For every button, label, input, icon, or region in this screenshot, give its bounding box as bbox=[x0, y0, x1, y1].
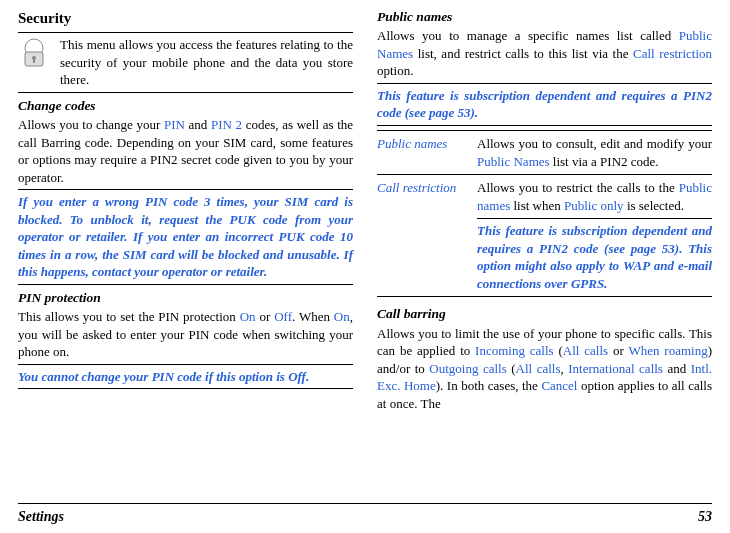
security-heading: Security bbox=[18, 8, 353, 28]
sim-warning-note: If you enter a wrong PIN code 3 times, y… bbox=[18, 189, 353, 285]
svg-rect-3 bbox=[33, 58, 35, 63]
call-restriction-term: Call restriction bbox=[633, 46, 712, 61]
on-term: On bbox=[240, 309, 256, 324]
security-icon bbox=[18, 36, 50, 74]
call-barring-heading: Call barring bbox=[377, 305, 712, 323]
pin2-term: PIN 2 bbox=[211, 117, 242, 132]
intro-text: This menu allows you access the features… bbox=[60, 36, 353, 89]
row-desc: Allows you to consult, edit and modify y… bbox=[477, 135, 712, 170]
subscription-note: This feature is subscription dependent a… bbox=[377, 83, 712, 126]
pin-protection-heading: PIN protection bbox=[18, 289, 353, 307]
table-row: Public names Allows you to consult, edit… bbox=[377, 131, 712, 175]
pin-off-note: You cannot change your PIN code if this … bbox=[18, 364, 353, 390]
table-row: Call restriction Allows you to restrict … bbox=[377, 175, 712, 297]
row-label-public-names: Public names bbox=[377, 135, 467, 170]
off-term: Off bbox=[274, 309, 292, 324]
call-barring-para: Allows you to limit the use of your phon… bbox=[377, 325, 712, 413]
footer-section: Settings bbox=[18, 508, 64, 527]
row-label-call-restriction: Call restriction bbox=[377, 179, 467, 292]
pin-term: PIN bbox=[164, 117, 185, 132]
change-codes-heading: Change codes bbox=[18, 97, 353, 115]
right-column: Public names Allows you to manage a spec… bbox=[377, 8, 712, 478]
public-names-heading: Public names bbox=[377, 8, 712, 26]
intro-box: This menu allows you access the features… bbox=[18, 32, 353, 93]
row-subnote: This feature is subscription dependent a… bbox=[477, 218, 712, 292]
change-codes-para: Allows you to change your PIN and PIN 2 … bbox=[18, 116, 353, 186]
footer-page-number: 53 bbox=[698, 508, 712, 527]
page-footer: Settings 53 bbox=[18, 503, 712, 527]
on-term-2: On bbox=[334, 309, 350, 324]
feature-table: Public names Allows you to consult, edit… bbox=[377, 130, 712, 297]
pin-protection-para: This allows you to set the PIN protectio… bbox=[18, 308, 353, 361]
row-desc: Allows you to restrict the calls to the … bbox=[477, 179, 712, 292]
public-names-para: Allows you to manage a specific names li… bbox=[377, 27, 712, 80]
left-column: Security This menu allows you access the… bbox=[18, 8, 353, 478]
